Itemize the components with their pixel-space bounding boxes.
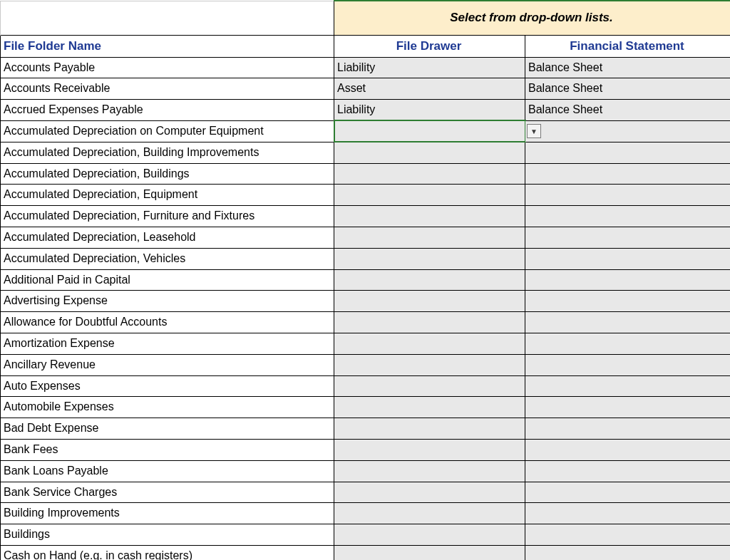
file-drawer-cell[interactable] (334, 503, 525, 524)
file-folder-name-cell: Bank Fees (1, 439, 334, 460)
file-drawer-cell[interactable] (334, 354, 525, 375)
table-row: Cash on Hand (e.g. in cash registers) (1, 545, 731, 560)
banner-row: Select from drop-down lists. (1, 1, 731, 35)
file-drawer-cell[interactable]: Liability (334, 57, 525, 78)
financial-statement-cell[interactable] (525, 333, 731, 354)
financial-statement-cell[interactable] (525, 269, 731, 291)
file-drawer-cell[interactable] (334, 460, 525, 482)
file-drawer-cell[interactable] (334, 375, 525, 397)
file-drawer-cell[interactable] (334, 163, 525, 185)
file-folder-name-cell: Automobile Expenses (1, 397, 334, 418)
financial-statement-cell[interactable] (525, 524, 731, 546)
table-row: Bank Loans Payable (1, 460, 731, 482)
file-drawer-cell[interactable] (334, 120, 525, 142)
table-row: Accumulated Depreciation, Building Impro… (1, 142, 731, 163)
table-row: Ancillary Revenue (1, 354, 731, 375)
financial-statement-cell[interactable] (525, 439, 731, 460)
table-row: Accumulated Depreciation on Computer Equ… (1, 120, 731, 142)
file-folder-name-cell: Advertising Expense (1, 291, 334, 312)
file-folder-name-cell: Ancillary Revenue (1, 354, 334, 375)
financial-statement-cell[interactable]: Balance Sheet (525, 57, 731, 78)
file-drawer-cell[interactable] (334, 142, 525, 163)
file-folder-name-cell: Accumulated Depreciation, Building Impro… (1, 142, 334, 163)
file-folder-name-cell: Accounts Receivable (1, 78, 334, 100)
file-drawer-cell[interactable] (334, 397, 525, 418)
file-folder-name-cell: Bank Loans Payable (1, 460, 334, 482)
banner-text: Select from drop-down lists. (334, 1, 731, 35)
financial-statement-cell[interactable]: Balance Sheet (525, 78, 731, 100)
financial-statement-cell[interactable] (525, 312, 731, 333)
financial-statement-cell[interactable] (525, 460, 731, 482)
file-drawer-cell[interactable] (334, 291, 525, 312)
financial-statement-cell[interactable] (525, 163, 731, 185)
financial-statement-cell[interactable] (525, 397, 731, 418)
file-drawer-cell[interactable] (334, 545, 525, 560)
file-drawer-cell[interactable] (334, 482, 525, 503)
financial-statement-cell[interactable]: ▼ (525, 120, 731, 142)
table-row: Accumulated Depreciation, Leasehold (1, 227, 731, 248)
file-drawer-cell[interactable] (334, 248, 525, 269)
table-row: Automobile Expenses (1, 397, 731, 418)
accounts-table: Select from drop-down lists. File Folder… (0, 0, 730, 560)
file-folder-name-cell: Bad Debt Expense (1, 418, 334, 440)
table-row: Bank Service Charges (1, 482, 731, 503)
file-folder-name-cell: Accounts Payable (1, 57, 334, 78)
financial-statement-cell[interactable] (525, 185, 731, 206)
table-row: Building Improvements (1, 503, 731, 524)
table-row: Additional Paid in Capital (1, 269, 731, 291)
header-financial-statement: Financial Statement (525, 35, 731, 57)
financial-statement-cell[interactable] (525, 354, 731, 375)
table-row: Accounts ReceivableAssetBalance Sheet (1, 78, 731, 100)
banner-spacer (1, 1, 334, 35)
file-drawer-cell[interactable]: Asset (334, 78, 525, 100)
file-drawer-cell[interactable] (334, 333, 525, 354)
table-row: Allowance for Doubtful Accounts (1, 312, 731, 333)
table-row: Amortization Expense (1, 333, 731, 354)
header-file-drawer: File Drawer (334, 35, 525, 57)
table-row: Auto Expenses (1, 375, 731, 397)
file-folder-name-cell: Accumulated Depreciation, Vehicles (1, 248, 334, 269)
file-drawer-cell[interactable] (334, 524, 525, 546)
financial-statement-cell[interactable] (525, 291, 731, 312)
file-drawer-cell[interactable]: Liability (334, 100, 525, 121)
file-folder-name-cell: Bank Service Charges (1, 482, 334, 503)
file-folder-name-cell: Accumulated Depreciation, Buildings (1, 163, 334, 185)
file-folder-name-cell: Cash on Hand (e.g. in cash registers) (1, 545, 334, 560)
financial-statement-cell[interactable] (525, 418, 731, 440)
file-folder-name-cell: Accumulated Depreciation on Computer Equ… (1, 120, 334, 142)
financial-statement-cell[interactable] (525, 142, 731, 163)
file-folder-name-cell: Accumulated Depreciation, Leasehold (1, 227, 334, 248)
file-drawer-cell[interactable] (334, 439, 525, 460)
file-folder-name-cell: Accumulated Depreciation, Furniture and … (1, 206, 334, 227)
file-drawer-cell[interactable] (334, 312, 525, 333)
file-folder-name-cell: Amortization Expense (1, 333, 334, 354)
table-row: Bad Debt Expense (1, 418, 731, 440)
table-row: Bank Fees (1, 439, 731, 460)
financial-statement-cell[interactable] (525, 206, 731, 227)
file-folder-name-cell: Buildings (1, 524, 334, 546)
financial-statement-cell[interactable] (525, 248, 731, 269)
file-folder-name-cell: Allowance for Doubtful Accounts (1, 312, 334, 333)
header-file-folder-name: File Folder Name (1, 35, 334, 57)
financial-statement-cell[interactable]: Balance Sheet (525, 100, 731, 121)
table-row: Accumulated Depreciation, Furniture and … (1, 206, 731, 227)
financial-statement-cell[interactable] (525, 227, 731, 248)
file-drawer-cell[interactable] (334, 185, 525, 206)
file-drawer-cell[interactable] (334, 418, 525, 440)
table-row: Accumulated Depreciation, Vehicles (1, 248, 731, 269)
file-folder-name-cell: Accumulated Depreciation, Equipment (1, 185, 334, 206)
file-folder-name-cell: Building Improvements (1, 503, 334, 524)
table-row: Buildings (1, 524, 731, 546)
financial-statement-cell[interactable] (525, 545, 731, 560)
file-drawer-cell[interactable] (334, 206, 525, 227)
table-row: Accounts PayableLiabilityBalance Sheet (1, 57, 731, 78)
financial-statement-cell[interactable] (525, 503, 731, 524)
dropdown-button[interactable]: ▼ (527, 124, 541, 138)
table-row: Accumulated Depreciation, Buildings (1, 163, 731, 185)
file-drawer-cell[interactable] (334, 269, 525, 291)
financial-statement-cell[interactable] (525, 482, 731, 503)
file-folder-name-cell: Accrued Expenses Payable (1, 100, 334, 121)
file-drawer-cell[interactable] (334, 227, 525, 248)
financial-statement-cell[interactable] (525, 375, 731, 397)
file-folder-name-cell: Additional Paid in Capital (1, 269, 334, 291)
